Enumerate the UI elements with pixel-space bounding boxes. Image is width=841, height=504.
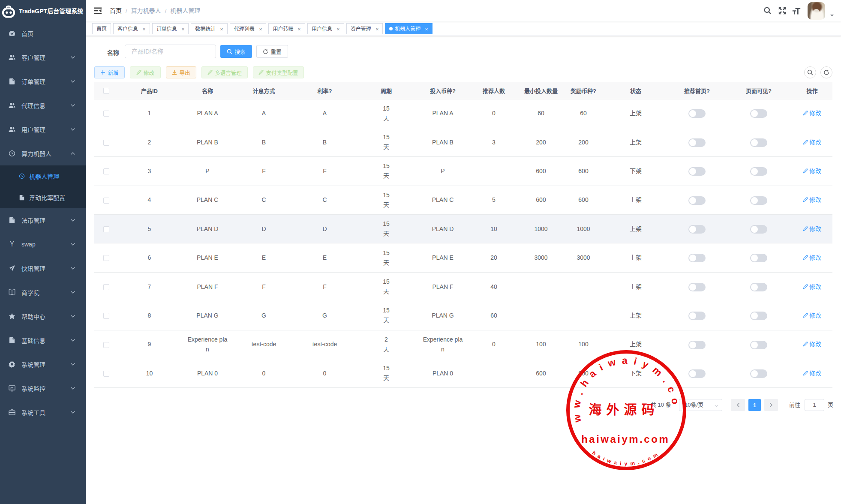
svg-text:haiwaiym.com: haiwaiym.com	[581, 433, 670, 445]
svg-text:海外源码: 海外源码	[589, 402, 659, 417]
